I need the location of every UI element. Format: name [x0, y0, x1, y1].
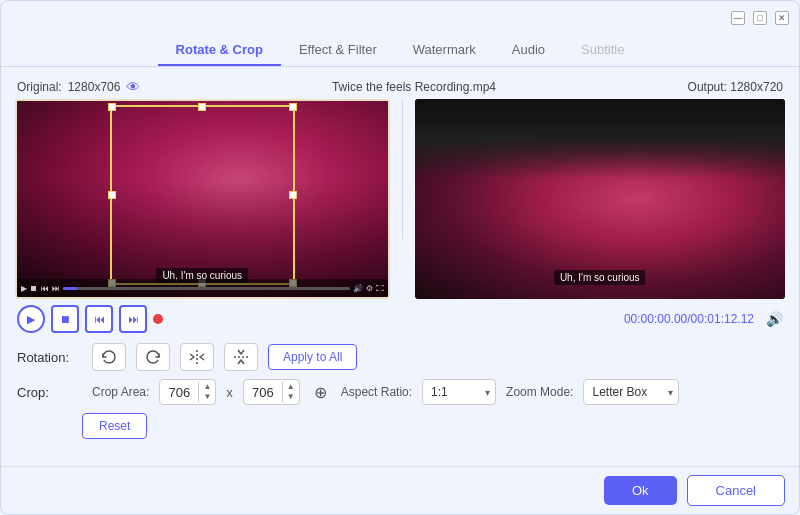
- timeline-progress: [63, 287, 77, 290]
- eye-icon[interactable]: 👁: [126, 79, 140, 95]
- apply-to-all-button[interactable]: Apply to All: [268, 344, 357, 370]
- crop-width-up[interactable]: ▲: [199, 382, 215, 392]
- crop-handle-tr[interactable]: [289, 103, 297, 111]
- crop-height-up[interactable]: ▲: [283, 382, 299, 392]
- play-button[interactable]: ▶: [17, 305, 45, 333]
- zoom-mode-label: Zoom Mode:: [506, 385, 573, 399]
- crop-width-down[interactable]: ▼: [199, 392, 215, 402]
- zoom-mode-select-wrapper[interactable]: Letter Box Pan & Scan Full: [583, 379, 679, 405]
- settings-small-icon: ⚙: [366, 284, 373, 293]
- stop-small-icon: ⏹: [30, 284, 38, 293]
- video-panels: Uh, I'm so curious ▶ ⏹ ⏮ ⏭ 🔊 ⚙ ⛶: [15, 99, 785, 299]
- file-name: Twice the feels Recording.mp4: [332, 80, 496, 94]
- crop-row: Crop: Crop Area: 706 ▲ ▼ x 706 ▲ ▼ ⊕ Asp…: [15, 375, 785, 409]
- original-info: Original: 1280x706 👁: [17, 79, 140, 95]
- crop-handle-lm[interactable]: [108, 191, 116, 199]
- rotate-cw-button[interactable]: [136, 343, 170, 371]
- crop-label: Crop:: [17, 385, 82, 400]
- reset-button[interactable]: Reset: [82, 413, 147, 439]
- record-indicator: [153, 314, 163, 324]
- volume-small-icon: 🔊: [353, 284, 363, 293]
- info-bar: Original: 1280x706 👁 Twice the feels Rec…: [15, 75, 785, 99]
- maximize-button[interactable]: □: [753, 11, 767, 25]
- main-window: — □ ✕ Rotate & Crop Effect & Filter Wate…: [0, 0, 800, 515]
- close-button[interactable]: ✕: [775, 11, 789, 25]
- tab-rotate-crop[interactable]: Rotate & Crop: [158, 35, 281, 66]
- output-label: Output:: [688, 80, 727, 94]
- original-label: Original:: [17, 80, 62, 94]
- fullscreen-small-icon: ⛶: [376, 284, 384, 293]
- output-info: Output: 1280x720: [688, 80, 783, 94]
- timeline-bar[interactable]: [63, 287, 350, 290]
- crop-height-arrows: ▲ ▼: [282, 382, 299, 402]
- crop-area-label: Crop Area:: [92, 385, 149, 399]
- tab-watermark[interactable]: Watermark: [395, 35, 494, 66]
- prev-frame-button[interactable]: ⏮: [85, 305, 113, 333]
- video-panel-right: Uh, I'm so curious: [415, 99, 786, 299]
- video-content-right: [415, 99, 786, 299]
- rotate-ccw-button[interactable]: [92, 343, 126, 371]
- crosshair-icon: ⊕: [314, 383, 327, 402]
- zoom-mode-select[interactable]: Letter Box Pan & Scan Full: [583, 379, 679, 405]
- crop-width-spinbox[interactable]: 706 ▲ ▼: [159, 379, 216, 405]
- crop-height-down[interactable]: ▼: [283, 392, 299, 402]
- ok-button[interactable]: Ok: [604, 476, 677, 505]
- tab-subtitle: Subtitle: [563, 35, 642, 66]
- tab-bar: Rotate & Crop Effect & Filter Watermark …: [1, 29, 799, 67]
- next-small-icon: ⏭: [52, 284, 60, 293]
- tab-effect-filter[interactable]: Effect & Filter: [281, 35, 395, 66]
- next-frame-button[interactable]: ⏭: [119, 305, 147, 333]
- subtitle-right: Uh, I'm so curious: [554, 270, 646, 285]
- reset-row: Reset: [15, 409, 785, 439]
- play-small-icon: ▶: [21, 284, 27, 293]
- stop-button[interactable]: ⏹: [51, 305, 79, 333]
- footer: Ok Cancel: [1, 466, 799, 514]
- aspect-ratio-select[interactable]: 1:1 16:9 4:3 Free Custom: [422, 379, 496, 405]
- aspect-ratio-label: Aspect Ratio:: [341, 385, 412, 399]
- crop-handle-tl[interactable]: [108, 103, 116, 111]
- flip-vertical-button[interactable]: [224, 343, 258, 371]
- crop-handle-rm[interactable]: [289, 191, 297, 199]
- aspect-ratio-select-wrapper[interactable]: 1:1 16:9 4:3 Free Custom: [422, 379, 496, 405]
- crop-width-value: 706: [160, 385, 198, 400]
- rotation-label: Rotation:: [17, 350, 82, 365]
- crop-height-spinbox[interactable]: 706 ▲ ▼: [243, 379, 300, 405]
- time-display: 00:00:00.00/00:01:12.12: [624, 312, 754, 326]
- crop-handle-tm[interactable]: [198, 103, 206, 111]
- flip-horizontal-button[interactable]: [180, 343, 214, 371]
- title-bar-controls: — □ ✕: [731, 11, 789, 25]
- content-area: Original: 1280x706 👁 Twice the feels Rec…: [1, 67, 799, 466]
- cancel-button[interactable]: Cancel: [687, 475, 785, 506]
- x-separator: x: [226, 385, 233, 400]
- video-timeline-left: ▶ ⏹ ⏮ ⏭ 🔊 ⚙ ⛶: [17, 279, 388, 297]
- crop-height-value: 706: [244, 385, 282, 400]
- minimize-button[interactable]: —: [731, 11, 745, 25]
- video-panel-left: Uh, I'm so curious ▶ ⏹ ⏮ ⏭ 🔊 ⚙ ⛶: [15, 99, 390, 299]
- prev-small-icon: ⏮: [41, 284, 49, 293]
- crop-width-arrows: ▲ ▼: [198, 382, 215, 402]
- output-value: 1280x720: [730, 80, 783, 94]
- rotation-row: Rotation:: [15, 339, 785, 375]
- crop-box[interactable]: [110, 105, 295, 285]
- panel-divider: [402, 99, 403, 239]
- original-value: 1280x706: [68, 80, 121, 94]
- volume-icon[interactable]: 🔊: [766, 311, 783, 327]
- playback-controls: ▶ ⏹ ⏮ ⏭ 00:00:00.00/00:01:12.12 🔊: [15, 299, 785, 339]
- tab-audio[interactable]: Audio: [494, 35, 563, 66]
- title-bar: — □ ✕: [1, 1, 799, 29]
